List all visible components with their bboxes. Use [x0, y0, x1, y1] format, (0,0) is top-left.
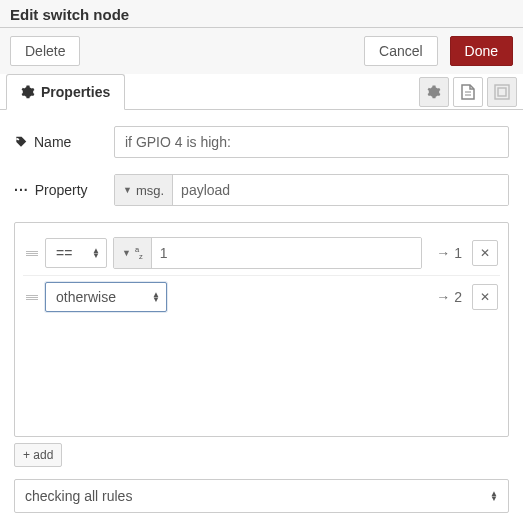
gear-icon [21, 85, 35, 99]
ellipsis-icon: ··· [14, 182, 29, 198]
settings-icon-button[interactable] [419, 77, 449, 107]
done-button[interactable]: Done [450, 36, 513, 66]
svg-rect-1 [498, 88, 506, 96]
delete-button[interactable]: Delete [10, 36, 80, 66]
property-type-label: msg. [136, 183, 164, 198]
svg-point-2 [18, 139, 20, 141]
updown-icon: ▲▼ [490, 491, 498, 501]
caret-down-icon: ▼ [123, 185, 132, 195]
property-value-input[interactable] [173, 175, 508, 205]
tag-icon [14, 135, 28, 149]
box-icon [494, 84, 510, 100]
output-route: → 1 [436, 245, 462, 261]
dialog-title: Edit switch node [10, 6, 513, 23]
drag-handle[interactable] [25, 295, 39, 300]
name-label: Name [34, 134, 71, 150]
tab-properties-label: Properties [41, 84, 110, 100]
rules-container: == ▲▼ ▼ az → 1 ✕ [14, 222, 509, 437]
operator-select[interactable]: == ▲▼ [45, 238, 107, 268]
close-icon: ✕ [480, 246, 490, 260]
updown-icon: ▲▼ [92, 248, 100, 258]
updown-icon: ▲▼ [152, 292, 160, 302]
value-input[interactable] [152, 238, 421, 268]
operator-select[interactable]: otherwise ▲▼ [45, 282, 167, 312]
caret-down-icon: ▼ [122, 248, 131, 258]
docs-icon-button[interactable] [453, 77, 483, 107]
drag-handle[interactable] [25, 251, 39, 256]
tab-properties[interactable]: Properties [6, 74, 125, 110]
output-route: → 2 [436, 289, 462, 305]
rule-row: otherwise ▲▼ → 2 ✕ [23, 276, 500, 318]
mode-selected-label: checking all rules [25, 488, 132, 504]
operator-label: otherwise [56, 289, 116, 305]
name-input[interactable] [114, 126, 509, 158]
add-rule-button[interactable]: + add [14, 443, 62, 467]
delete-rule-button[interactable]: ✕ [472, 284, 498, 310]
cancel-button[interactable]: Cancel [364, 36, 438, 66]
close-icon: ✕ [480, 290, 490, 304]
az-icon: az [135, 246, 143, 261]
value-typed-input[interactable]: ▼ az [113, 237, 422, 269]
svg-rect-0 [495, 85, 509, 99]
operator-label: == [56, 245, 72, 261]
appearance-icon-button[interactable] [487, 77, 517, 107]
gear-icon [427, 85, 441, 99]
value-type-selector[interactable]: ▼ az [114, 238, 152, 268]
file-icon [461, 84, 475, 100]
rule-row: == ▲▼ ▼ az → 1 ✕ [23, 231, 500, 276]
property-type-selector[interactable]: ▼ msg. [115, 175, 173, 205]
mode-select[interactable]: checking all rules ▲▼ [14, 479, 509, 513]
delete-rule-button[interactable]: ✕ [472, 240, 498, 266]
property-typed-input[interactable]: ▼ msg. [114, 174, 509, 206]
property-label: Property [35, 182, 88, 198]
